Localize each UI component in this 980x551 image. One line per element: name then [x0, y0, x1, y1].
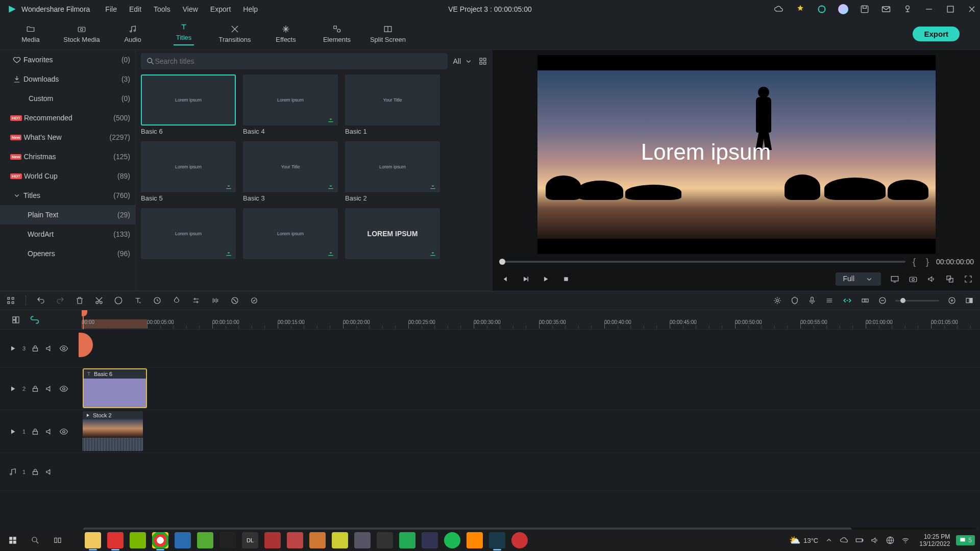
title-card[interactable]: Lorem ipsumBasic 6: [141, 74, 236, 135]
motion-button[interactable]: [250, 296, 259, 305]
download-icon[interactable]: [327, 115, 335, 123]
title-card[interactable]: Lorem ipsum: [141, 208, 236, 261]
app-generic-11[interactable]: [399, 532, 415, 548]
render-button[interactable]: [773, 296, 782, 305]
app-opera[interactable]: [107, 532, 124, 548]
clip-partial[interactable]: [79, 333, 93, 357]
snap-button[interactable]: [861, 296, 870, 305]
tray-battery-icon[interactable]: [855, 536, 864, 545]
cloud-icon[interactable]: [774, 4, 784, 14]
app-generic-5[interactable]: [264, 532, 281, 548]
download-icon[interactable]: [327, 182, 335, 190]
app-generic-3[interactable]: [219, 532, 236, 548]
timeline-ruler[interactable]: 00:0000:00:05:0000:00:10:0000:00:15:0000…: [82, 310, 980, 329]
tab-stock-media[interactable]: Stock Media: [56, 24, 107, 43]
tab-split-screen[interactable]: Split Screen: [362, 24, 413, 43]
sidebar-item-christmas[interactable]: NewChristmas(125): [0, 147, 135, 166]
title-card[interactable]: Lorem ipsum: [243, 208, 338, 261]
app-generic-9[interactable]: [354, 532, 371, 548]
visibility-icon[interactable]: [59, 427, 68, 436]
app-generic-7[interactable]: [309, 532, 326, 548]
lock-icon[interactable]: [31, 384, 40, 393]
tab-titles[interactable]: Titles: [158, 22, 209, 45]
support-icon[interactable]: [817, 4, 827, 14]
task-view-button[interactable]: [50, 533, 65, 548]
adjust-button[interactable]: [191, 296, 201, 305]
menu-edit[interactable]: Edit: [129, 5, 141, 13]
zoom-in-button[interactable]: [947, 296, 957, 305]
redo-button[interactable]: [56, 296, 65, 305]
tab-transitions[interactable]: Transitions: [209, 24, 260, 43]
visibility-icon[interactable]: [59, 384, 68, 393]
playhead[interactable]: [83, 310, 84, 329]
save-icon[interactable]: [860, 4, 870, 14]
title-clip-basic-6[interactable]: Basic 6: [83, 368, 147, 408]
app-spotify[interactable]: [444, 532, 460, 548]
tab-media[interactable]: Media: [5, 24, 56, 43]
stop-button[interactable]: [561, 274, 571, 284]
app-generic-1[interactable]: [175, 532, 191, 548]
record-vo-button[interactable]: [807, 296, 817, 305]
zoom-slider[interactable]: [895, 300, 939, 302]
account-avatar-icon[interactable]: [838, 4, 848, 14]
lock-icon[interactable]: [31, 467, 40, 477]
sidebar-item-world-cup[interactable]: HOTWorld Cup(89): [0, 166, 135, 186]
preview-scrubber[interactable]: [499, 261, 905, 263]
lock-icon[interactable]: [31, 344, 40, 353]
minimize-icon[interactable]: [924, 4, 934, 14]
menu-help[interactable]: Help: [243, 5, 258, 13]
color-button[interactable]: [172, 296, 181, 305]
sidebar-item-custom[interactable]: Custom(0): [0, 89, 135, 108]
title-card[interactable]: Your TitleBasic 1: [345, 74, 440, 135]
text-tool-button[interactable]: [133, 296, 142, 305]
mute-icon[interactable]: [45, 344, 54, 353]
tray-onedrive-icon[interactable]: [840, 536, 849, 545]
display-icon[interactable]: [890, 274, 899, 284]
search-input[interactable]: [155, 57, 443, 65]
menu-file[interactable]: File: [105, 5, 117, 13]
cut-button[interactable]: [94, 296, 104, 305]
search-box[interactable]: [141, 53, 448, 69]
quality-dropdown[interactable]: Full: [836, 272, 881, 286]
zoom-fit-button[interactable]: [965, 296, 974, 305]
mute-icon[interactable]: [45, 467, 54, 477]
volume-button[interactable]: [927, 274, 936, 284]
tips-icon[interactable]: [795, 4, 805, 14]
play-step-button[interactable]: [521, 274, 530, 284]
snapshot-button[interactable]: [909, 274, 918, 284]
apps-icon[interactable]: [6, 296, 15, 305]
tray-language-icon[interactable]: [886, 536, 895, 545]
play-button[interactable]: [541, 274, 550, 284]
mute-icon[interactable]: [45, 427, 54, 436]
maximize-icon[interactable]: [945, 4, 955, 14]
search-button[interactable]: [28, 533, 43, 548]
tab-audio[interactable]: Audio: [107, 24, 158, 43]
mail-icon[interactable]: [881, 4, 891, 14]
app-generic-4[interactable]: DL: [242, 532, 258, 548]
title-card[interactable]: Lorem ipsumBasic 2: [345, 141, 440, 202]
speed-button[interactable]: [153, 296, 162, 305]
tab-elements[interactable]: Elements: [311, 24, 362, 43]
sidebar-item-downloads[interactable]: Downloads(3): [0, 69, 135, 89]
tray-chevron-icon[interactable]: [824, 536, 834, 545]
sidebar-item-recommended[interactable]: HOTRecommended(500): [0, 108, 135, 128]
app-nvidia[interactable]: [130, 532, 146, 548]
link-toggle[interactable]: [30, 315, 40, 325]
green-screen-button[interactable]: [230, 296, 239, 305]
download-icon[interactable]: [429, 249, 437, 257]
video-clip-stock-2[interactable]: Stock 2: [83, 411, 143, 451]
notifications-button[interactable]: 5: [956, 535, 975, 545]
preview-video[interactable]: Lorem ipsum: [537, 55, 936, 254]
title-overlay-text[interactable]: Lorem ipsum: [641, 139, 771, 165]
auto-ripple-button[interactable]: [842, 295, 852, 306]
undo-button[interactable]: [36, 296, 45, 305]
tab-effects[interactable]: Effects: [260, 24, 311, 43]
mark-in-button[interactable]: {: [910, 257, 919, 267]
mark-out-button[interactable]: }: [923, 257, 932, 267]
sidebar-item-openers[interactable]: Openers(96): [0, 244, 135, 263]
app-explorer[interactable]: [85, 532, 101, 548]
app-filmora[interactable]: [489, 532, 505, 548]
weather-widget[interactable]: ⛅13°C: [789, 535, 818, 546]
app-generic-6[interactable]: [287, 532, 303, 548]
app-generic-2[interactable]: [197, 532, 213, 548]
